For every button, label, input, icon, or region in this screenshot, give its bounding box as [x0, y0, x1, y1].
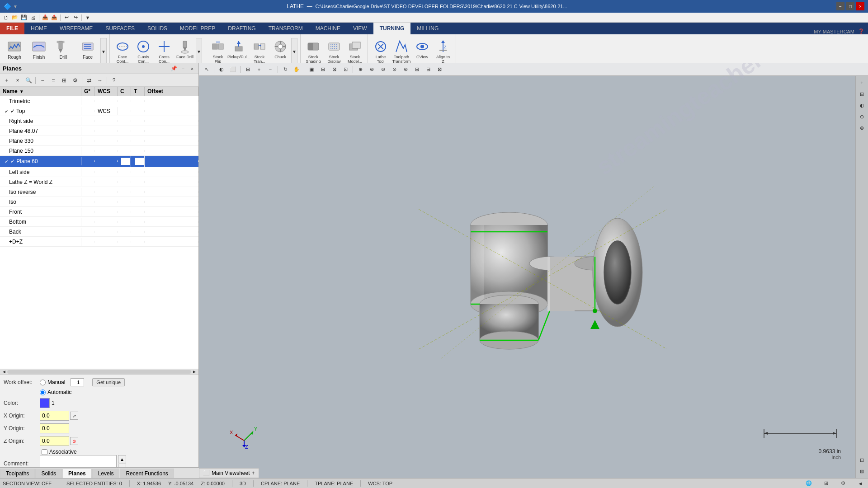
qa-new[interactable]: 🗋: [2, 14, 10, 22]
vr-btn-3[interactable]: ◐: [857, 100, 867, 110]
plane-row-0[interactable]: Trimetric: [0, 96, 198, 106]
vt-snap4-btn[interactable]: ⊙: [389, 65, 399, 75]
ribbon-btn-toolpath-transform[interactable]: Toolpath Transform: [392, 37, 411, 66]
ribbon-btn-pickup[interactable]: Pickup/Pul...: [229, 37, 249, 64]
col-c[interactable]: C: [118, 87, 131, 96]
ribbon-btn-stock-tran[interactable]: Stock Tran...: [250, 37, 269, 66]
tab-planes[interactable]: Planes: [62, 469, 92, 478]
ribbon-btn-stock-flip[interactable]: Stock Flip: [208, 37, 228, 66]
x-origin-pick-btn[interactable]: ↗: [70, 412, 78, 420]
get-unique-btn[interactable]: Get unique: [92, 378, 125, 386]
ribbon-btn-face-cont[interactable]: Face Cont...: [113, 37, 132, 66]
panel-close-btn[interactable]: ×: [189, 65, 196, 72]
qa-open[interactable]: 📂: [11, 14, 19, 22]
ribbon-btn-stock-shading[interactable]: Stock Shading: [303, 37, 323, 66]
manual-radio[interactable]: [40, 380, 46, 385]
ribbon-btn-stock-model[interactable]: Stock Model...: [345, 37, 365, 66]
h-scroll-thumb[interactable]: [7, 370, 191, 374]
toolbar-equal-btn[interactable]: =: [48, 75, 58, 85]
panel-pin-btn[interactable]: 📌: [170, 65, 178, 72]
vt-snap7-btn[interactable]: ⊟: [423, 65, 433, 75]
manual-radio-item[interactable]: Manual: [40, 378, 65, 386]
vt-snap3-btn[interactable]: ⊘: [378, 65, 388, 75]
worksheet-add[interactable]: +: [252, 470, 255, 476]
h-scroll[interactable]: ◄ ►: [0, 369, 198, 374]
plane-row-12[interactable]: Bottom: [0, 217, 198, 227]
qa-save[interactable]: 💾: [20, 14, 28, 22]
tab-milling[interactable]: MILLING: [410, 23, 445, 34]
tab-machine[interactable]: MACHINE: [309, 23, 347, 34]
color-swatch[interactable]: [40, 398, 50, 408]
qa-redo[interactable]: ↪: [71, 14, 80, 22]
ribbon-btn-finish[interactable]: Finish: [27, 37, 51, 64]
status-arrow-btn[interactable]: ◄: [855, 479, 865, 488]
toolbar-sync-btn[interactable]: ⇄: [84, 75, 94, 85]
ribbon-btn-cview[interactable]: CView: [412, 37, 432, 64]
qa-undo[interactable]: ↩: [62, 14, 71, 22]
panel-minimize-btn[interactable]: −: [179, 65, 187, 72]
tab-wireframe[interactable]: WIREFRAME: [53, 23, 99, 34]
vt-zoom-out-btn[interactable]: −: [265, 65, 275, 75]
plane-row-5[interactable]: Plane 150: [0, 146, 198, 156]
vt-view4-btn[interactable]: ⊡: [340, 65, 350, 75]
vr-btn-7[interactable]: ⊠: [857, 466, 867, 476]
vr-btn-2[interactable]: ⊞: [857, 89, 867, 99]
comment-up-btn[interactable]: ▲: [118, 455, 126, 463]
ribbon-btn-align-z[interactable]: Z Align to Z: [433, 37, 453, 66]
plane-row-6[interactable]: ✓ Plane 60: [0, 156, 198, 167]
plane-row-4[interactable]: Plane 330: [0, 136, 198, 146]
vt-view3-btn[interactable]: ⊠: [329, 65, 339, 75]
vr-btn-5[interactable]: ⊛: [857, 123, 867, 133]
ribbon-btn-cross-con[interactable]: Cross Con...: [154, 37, 174, 66]
automatic-radio-item[interactable]: Automatic: [40, 389, 71, 395]
toolbar-delete-btn[interactable]: ×: [13, 75, 23, 85]
tab-levels[interactable]: Levels: [92, 469, 120, 478]
vt-pan-btn[interactable]: ✋: [292, 65, 302, 75]
vt-view1-btn[interactable]: ▣: [307, 65, 316, 75]
tab-recent-functions[interactable]: Recent Functions: [120, 469, 174, 478]
tab-file[interactable]: FILE: [0, 23, 24, 34]
col-offset[interactable]: Offset: [145, 87, 198, 96]
plane-row-8[interactable]: Lathe Z = World Z: [0, 177, 198, 187]
z-origin-reset-btn[interactable]: ⊘: [70, 437, 78, 445]
vt-shading-btn[interactable]: ◐: [217, 65, 226, 75]
tab-toolpaths[interactable]: Toolpaths: [0, 469, 35, 478]
planes-table-body[interactable]: Trimetric ✓ Top WCS Right side Plane 48.…: [0, 96, 198, 369]
qa-customize[interactable]: ▼: [84, 14, 92, 22]
worksheet-tab[interactable]: ⬜ Main Viewsheet +: [199, 468, 259, 478]
associative-checkbox[interactable]: [42, 449, 47, 455]
ribbon-btn-stock-display[interactable]: Stock Display: [324, 37, 344, 66]
col-t[interactable]: T: [131, 87, 145, 96]
ribbon-btn-rough[interactable]: Rough: [3, 37, 26, 64]
ribbon-btn-drill[interactable]: Drill: [52, 37, 75, 64]
toolbar-arrow-btn[interactable]: →: [95, 75, 105, 85]
ribbon-btn-chuck[interactable]: Chuck: [270, 37, 290, 64]
toolbar-help-btn[interactable]: ?: [109, 75, 119, 85]
toolbar-add-btn[interactable]: +: [2, 75, 12, 85]
col-g[interactable]: G*: [81, 87, 95, 96]
caxis-expand-btn[interactable]: ▼: [196, 38, 202, 65]
plane-row-14[interactable]: +D+Z: [0, 237, 198, 247]
ribbon-btn-face-drill[interactable]: Face Drill: [175, 37, 195, 64]
vr-btn-6[interactable]: ⊡: [857, 455, 867, 465]
tab-surfaces[interactable]: SURFACES: [99, 23, 141, 34]
plane-row-1[interactable]: ✓ Top WCS: [0, 106, 198, 116]
plane-row-10[interactable]: Iso: [0, 197, 198, 207]
vt-snap2-btn[interactable]: ⊗: [367, 65, 377, 75]
vr-btn-1[interactable]: +: [857, 78, 867, 88]
ribbon-btn-face[interactable]: Face: [76, 37, 99, 64]
part-handling-expand-btn[interactable]: ▼: [291, 38, 297, 65]
vr-btn-4[interactable]: ⊙: [857, 112, 867, 122]
vt-select-btn[interactable]: ↖: [202, 65, 212, 75]
z-origin-input[interactable]: [40, 436, 69, 446]
qa-export[interactable]: 📤: [50, 14, 58, 22]
tab-home[interactable]: HOME: [24, 23, 53, 34]
help-icon[interactable]: ❓: [858, 28, 864, 34]
tab-solids[interactable]: SOLIDS: [141, 23, 174, 34]
vt-snap8-btn[interactable]: ⊠: [434, 65, 444, 75]
offset-value-input[interactable]: [71, 378, 84, 386]
plane-row-7[interactable]: Left side: [0, 167, 198, 177]
y-origin-input[interactable]: [40, 423, 69, 433]
automatic-radio[interactable]: [40, 389, 46, 395]
qa-import[interactable]: 📥: [41, 14, 49, 22]
